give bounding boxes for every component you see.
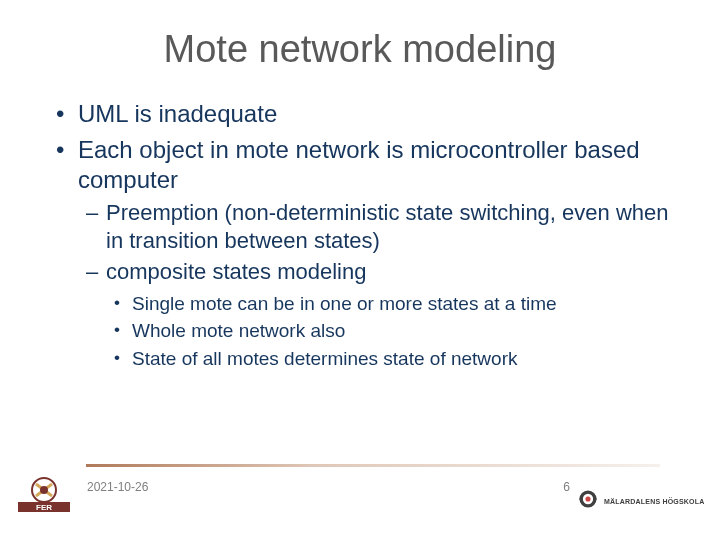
footer-date: 2021-10-26 <box>87 480 148 494</box>
list-item: Preemption (non-deterministic state swit… <box>106 199 670 254</box>
svg-point-4 <box>585 496 590 501</box>
logo-text: MÄLARDALENS HÖGSKOLA <box>604 498 704 505</box>
fer-logo-icon: FER <box>16 474 72 518</box>
logo-mark-icon <box>576 487 600 515</box>
page-number: 6 <box>563 480 570 494</box>
list-item: composite states modeling Single mote ca… <box>106 258 670 371</box>
bullet-text: Preemption (non-deterministic state swit… <box>106 200 669 253</box>
svg-point-3 <box>40 486 48 494</box>
svg-text:FER: FER <box>36 503 52 512</box>
slide-title: Mote network modeling <box>50 28 670 71</box>
list-item: Each object in mote network is microcont… <box>78 135 670 371</box>
list-item: Whole mote network also <box>132 319 670 343</box>
bullet-list-level1: UML is inadequate Each object in mote ne… <box>50 99 670 371</box>
list-item: UML is inadequate <box>78 99 670 129</box>
malardalens-logo: MÄLARDALENS HÖGSKOLA <box>576 486 706 516</box>
bullet-text: State of all motes determines state of n… <box>132 348 517 369</box>
slide-content: UML is inadequate Each object in mote ne… <box>50 99 670 371</box>
bullet-text: Whole mote network also <box>132 320 345 341</box>
bullet-text: Single mote can be in one or more states… <box>132 293 557 314</box>
bullet-list-level3: Single mote can be in one or more states… <box>106 292 670 371</box>
list-item: State of all motes determines state of n… <box>132 347 670 371</box>
bullet-text: composite states modeling <box>106 259 366 284</box>
bullet-text: UML is inadequate <box>78 100 277 127</box>
bullet-text: Each object in mote network is microcont… <box>78 136 640 193</box>
slide: Mote network modeling UML is inadequate … <box>0 0 720 540</box>
divider <box>86 464 660 467</box>
list-item: Single mote can be in one or more states… <box>132 292 670 316</box>
bullet-list-level2: Preemption (non-deterministic state swit… <box>78 199 670 371</box>
